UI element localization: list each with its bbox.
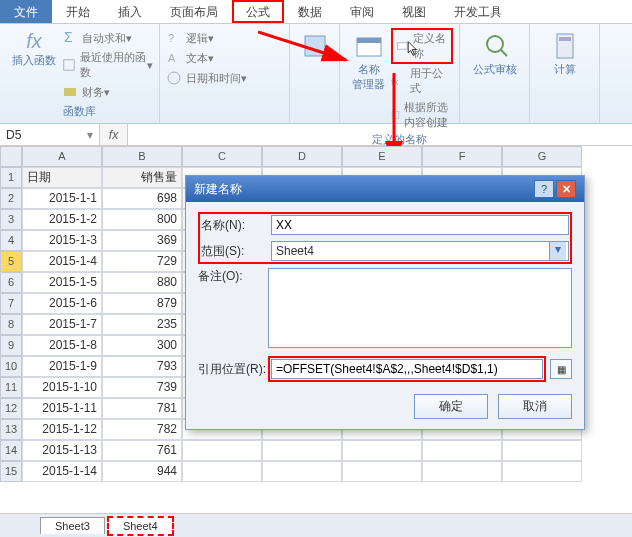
row-head[interactable]: 7 xyxy=(0,293,22,314)
cell-sales[interactable]: 761 xyxy=(102,440,182,461)
tab-review[interactable]: 审阅 xyxy=(336,0,388,23)
scope-select[interactable]: Sheet4 xyxy=(271,241,569,261)
cell-sales[interactable]: 879 xyxy=(102,293,182,314)
cell-date[interactable]: 2015-1-7 xyxy=(22,314,102,335)
header-date[interactable]: 日期 xyxy=(22,167,102,188)
select-all-corner[interactable] xyxy=(0,146,22,167)
cell-date[interactable]: 2015-1-13 xyxy=(22,440,102,461)
cell-empty[interactable] xyxy=(422,440,502,461)
col-head-G[interactable]: G xyxy=(502,146,582,167)
row-head[interactable]: 10 xyxy=(0,356,22,377)
cell-sales[interactable]: 944 xyxy=(102,461,182,482)
cell-sales[interactable]: 800 xyxy=(102,209,182,230)
cell-empty[interactable] xyxy=(502,440,582,461)
col-head-B[interactable]: B xyxy=(102,146,182,167)
cell-date[interactable]: 2015-1-4 xyxy=(22,251,102,272)
ref-collapse-button[interactable]: ▦ xyxy=(550,359,572,379)
cell-empty[interactable] xyxy=(342,440,422,461)
row-head[interactable]: 6 xyxy=(0,272,22,293)
dialog-help-button[interactable]: ? xyxy=(534,180,554,198)
insert-function-button[interactable]: fx 插入函数 xyxy=(6,28,62,102)
tab-view[interactable]: 视图 xyxy=(388,0,440,23)
cell-date[interactable]: 2015-1-6 xyxy=(22,293,102,314)
tab-start[interactable]: 开始 xyxy=(52,0,104,23)
cell-empty[interactable] xyxy=(182,440,262,461)
tab-data[interactable]: 数据 xyxy=(284,0,336,23)
row-head[interactable]: 2 xyxy=(0,188,22,209)
dialog-titlebar[interactable]: 新建名称 ? ✕ xyxy=(186,176,584,202)
row-head[interactable]: 5 xyxy=(0,251,22,272)
finance-button[interactable]: 财务 ▾ xyxy=(62,82,153,102)
calc-button[interactable]: 计算 xyxy=(536,28,593,79)
use-in-formula-button[interactable]: fx用于公式 xyxy=(391,64,453,98)
col-head-E[interactable]: E xyxy=(342,146,422,167)
comment-textarea[interactable] xyxy=(268,268,572,348)
cell-sales[interactable]: 729 xyxy=(102,251,182,272)
row-head[interactable]: 15 xyxy=(0,461,22,482)
tab-dev[interactable]: 开发工具 xyxy=(440,0,516,23)
row-head[interactable]: 3 xyxy=(0,209,22,230)
cell-empty[interactable] xyxy=(342,461,422,482)
datetime-button[interactable]: 日期和时间 ▾ xyxy=(166,68,283,88)
ok-button[interactable]: 确定 xyxy=(414,394,488,419)
col-head-C[interactable]: C xyxy=(182,146,262,167)
cell-sales[interactable]: 782 xyxy=(102,419,182,440)
sheet-tab-sheet3[interactable]: Sheet3 xyxy=(40,517,105,534)
autosum-button[interactable]: Σ自动求和 ▾ xyxy=(62,28,153,48)
name-manager-button[interactable]: 名称 管理器 xyxy=(346,28,391,132)
cell-sales[interactable]: 369 xyxy=(102,230,182,251)
cell-sales[interactable]: 880 xyxy=(102,272,182,293)
formula-audit-button[interactable]: 公式审核 xyxy=(466,28,523,79)
create-from-selection-button[interactable]: 根据所选内容创建 xyxy=(391,98,453,132)
cell-empty[interactable] xyxy=(262,461,342,482)
cell-sales[interactable]: 300 xyxy=(102,335,182,356)
text-button[interactable]: A文本 ▾ xyxy=(166,48,283,68)
recent-functions-button[interactable]: 最近使用的函数 ▾ xyxy=(62,48,153,82)
cell-date[interactable]: 2015-1-8 xyxy=(22,335,102,356)
cancel-button[interactable]: 取消 xyxy=(498,394,572,419)
cell-date[interactable]: 2015-1-9 xyxy=(22,356,102,377)
cell-sales[interactable]: 739 xyxy=(102,377,182,398)
cell-sales[interactable]: 781 xyxy=(102,398,182,419)
tab-layout[interactable]: 页面布局 xyxy=(156,0,232,23)
cell-date[interactable]: 2015-1-10 xyxy=(22,377,102,398)
logic-button[interactable]: ?逻辑 ▾ xyxy=(166,28,283,48)
col-head-A[interactable]: A xyxy=(22,146,102,167)
cell-empty[interactable] xyxy=(182,461,262,482)
tab-formula[interactable]: 公式 xyxy=(232,0,284,23)
ref-input[interactable] xyxy=(271,359,543,379)
cell-sales[interactable]: 698 xyxy=(102,188,182,209)
name-input[interactable] xyxy=(271,215,569,235)
cell-date[interactable]: 2015-1-2 xyxy=(22,209,102,230)
cell-date[interactable]: 2015-1-5 xyxy=(22,272,102,293)
row-head[interactable]: 12 xyxy=(0,398,22,419)
row-head[interactable]: 11 xyxy=(0,377,22,398)
dialog-close-button[interactable]: ✕ xyxy=(556,180,576,198)
row-head[interactable]: 13 xyxy=(0,419,22,440)
col-head-D[interactable]: D xyxy=(262,146,342,167)
cell-sales[interactable]: 793 xyxy=(102,356,182,377)
col-head-F[interactable]: F xyxy=(422,146,502,167)
define-name-button[interactable]: 定义名称 xyxy=(391,28,453,64)
tab-insert[interactable]: 插入 xyxy=(104,0,156,23)
row-head[interactable]: 14 xyxy=(0,440,22,461)
cell-date[interactable]: 2015-1-3 xyxy=(22,230,102,251)
cell-empty[interactable] xyxy=(422,461,502,482)
lookup-button[interactable] xyxy=(296,28,333,64)
row-head[interactable]: 9 xyxy=(0,335,22,356)
cell-date[interactable]: 2015-1-1 xyxy=(22,188,102,209)
cell-empty[interactable] xyxy=(502,461,582,482)
header-sales[interactable]: 销售量 xyxy=(102,167,182,188)
row-head[interactable]: 4 xyxy=(0,230,22,251)
cell-date[interactable]: 2015-1-12 xyxy=(22,419,102,440)
name-box[interactable]: D5▾ xyxy=(0,124,100,145)
cell-sales[interactable]: 235 xyxy=(102,314,182,335)
cell-date[interactable]: 2015-1-14 xyxy=(22,461,102,482)
fx-icon[interactable]: fx xyxy=(100,124,128,145)
row-head[interactable]: 1 xyxy=(0,167,22,188)
row-head[interactable]: 8 xyxy=(0,314,22,335)
cell-empty[interactable] xyxy=(262,440,342,461)
cell-date[interactable]: 2015-1-11 xyxy=(22,398,102,419)
tab-file[interactable]: 文件 xyxy=(0,0,52,23)
sheet-tab-sheet4[interactable]: Sheet4 xyxy=(107,516,174,536)
